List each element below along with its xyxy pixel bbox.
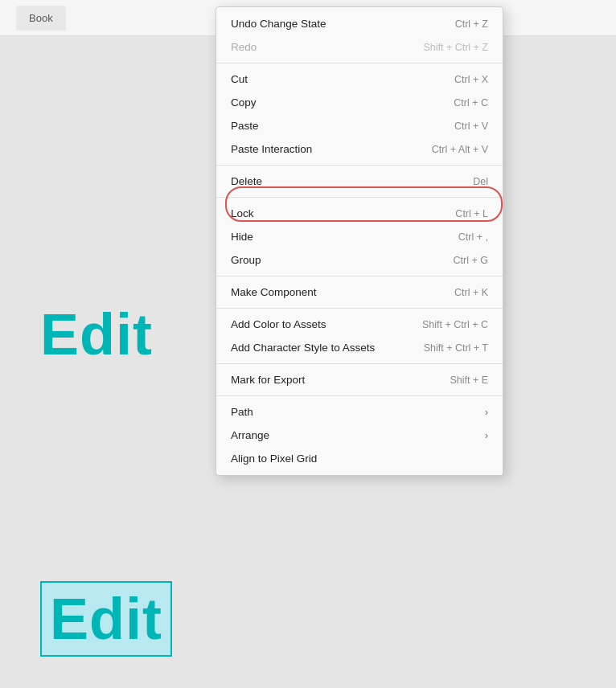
menu-divider-after-redo <box>216 63 503 63</box>
menu-shortcut-add-color: Shift + Ctrl + C <box>422 319 488 330</box>
menu-item-paste[interactable]: PasteCtrl + V <box>216 114 503 137</box>
menu-shortcut-paste-interaction: Ctrl + Alt + V <box>432 144 488 155</box>
menu-item-add-char-style[interactable]: Add Character Style to AssetsShift + Ctr… <box>216 336 503 359</box>
menu-item-redo[interactable]: RedoShift + Ctrl + Z <box>216 35 503 59</box>
menu-item-delete[interactable]: DeleteDel <box>216 170 503 193</box>
menu-shortcut-path: › <box>485 407 488 418</box>
menu-label-paste-interaction: Paste Interaction <box>231 143 312 155</box>
canvas-edit-text-1: Edit <box>40 301 153 367</box>
menu-shortcut-delete: Del <box>473 176 488 187</box>
menu-shortcut-copy: Ctrl + C <box>454 97 488 109</box>
menu-divider-after-paste-interaction <box>216 165 503 166</box>
menu-shortcut-undo: Ctrl + Z <box>455 18 488 30</box>
menu-item-make-component[interactable]: Make ComponentCtrl + K <box>216 281 503 304</box>
menu-item-group[interactable]: GroupCtrl + G <box>216 248 503 272</box>
menu-label-add-char-style: Add Character Style to Assets <box>231 342 375 354</box>
menu-label-lock: Lock <box>231 207 254 219</box>
menu-label-cut: Cut <box>231 73 248 85</box>
menu-label-add-color: Add Color to Assets <box>231 318 326 330</box>
top-bar-tab[interactable]: Book <box>16 6 66 31</box>
menu-item-add-color[interactable]: Add Color to AssetsShift + Ctrl + C <box>216 313 503 336</box>
menu-shortcut-mark-export: Shift + E <box>450 375 488 386</box>
menu-label-hide: Hide <box>231 231 253 243</box>
menu-shortcut-redo: Shift + Ctrl + Z <box>423 42 488 53</box>
menu-shortcut-group: Ctrl + G <box>454 255 488 266</box>
menu-item-hide[interactable]: HideCtrl + , <box>216 225 503 248</box>
menu-divider-after-group <box>216 276 503 276</box>
menu-divider-after-make-component <box>216 308 503 309</box>
menu-shortcut-make-component: Ctrl + K <box>454 287 488 298</box>
menu-item-arrange[interactable]: Arrange› <box>216 424 503 447</box>
menu-divider-after-add-char-style <box>216 363 503 364</box>
menu-divider-after-mark-export <box>216 395 503 396</box>
menu-item-cut[interactable]: CutCtrl + X <box>216 68 503 91</box>
menu-label-redo: Redo <box>231 41 257 53</box>
menu-item-path[interactable]: Path› <box>216 400 503 424</box>
menu-label-copy: Copy <box>231 96 257 109</box>
menu-label-mark-export: Mark for Export <box>231 374 305 386</box>
menu-divider-after-delete <box>216 197 503 198</box>
menu-item-mark-export[interactable]: Mark for ExportShift + E <box>216 368 503 391</box>
menu-label-path: Path <box>231 406 253 418</box>
menu-label-delete: Delete <box>231 175 262 187</box>
menu-shortcut-add-char-style: Shift + Ctrl + T <box>424 342 488 354</box>
canvas-edit-text-2: Edit <box>40 581 172 657</box>
menu-label-undo: Undo Change State <box>231 18 326 30</box>
menu-item-copy[interactable]: CopyCtrl + C <box>216 91 503 114</box>
menu-shortcut-cut: Ctrl + X <box>454 74 488 85</box>
menu-label-paste: Paste <box>231 120 259 132</box>
menu-shortcut-arrange: › <box>485 430 488 441</box>
context-menu: Undo Change StateCtrl + ZRedoShift + Ctr… <box>216 6 503 476</box>
menu-label-group: Group <box>231 254 261 266</box>
menu-label-arrange: Arrange <box>231 429 269 441</box>
menu-item-lock[interactable]: LockCtrl + L <box>216 202 503 225</box>
menu-shortcut-hide: Ctrl + , <box>458 231 488 243</box>
menu-shortcut-lock: Ctrl + L <box>455 208 488 219</box>
menu-item-undo[interactable]: Undo Change StateCtrl + Z <box>216 12 503 35</box>
menu-label-align-pixel: Align to Pixel Grid <box>231 453 317 465</box>
menu-label-make-component: Make Component <box>231 286 317 298</box>
menu-shortcut-paste: Ctrl + V <box>454 121 488 132</box>
menu-item-align-pixel[interactable]: Align to Pixel Grid <box>216 447 503 470</box>
menu-item-paste-interaction[interactable]: Paste InteractionCtrl + Alt + V <box>216 137 503 161</box>
